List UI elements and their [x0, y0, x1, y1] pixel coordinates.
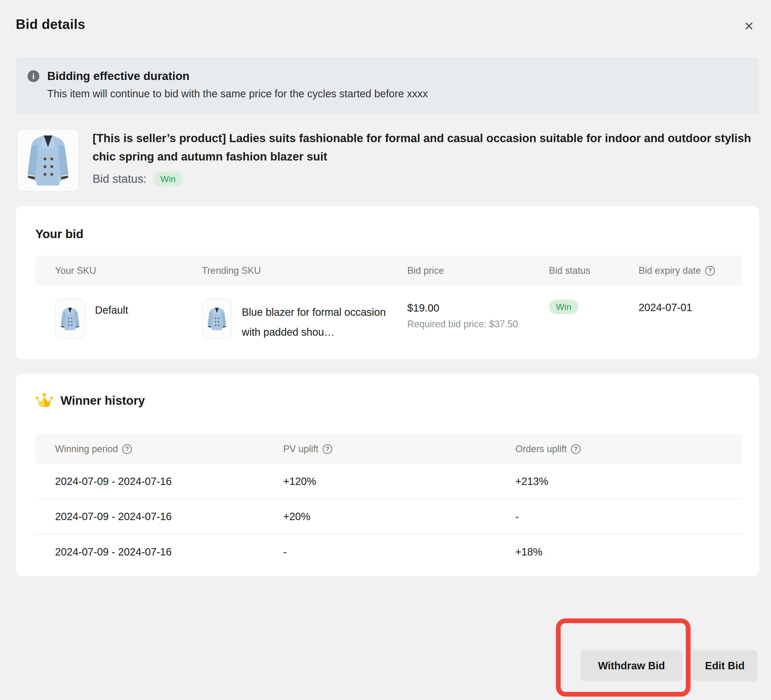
blazer-illustration	[22, 132, 74, 188]
close-button[interactable]: ✕	[740, 18, 757, 35]
question-icon[interactable]: ?	[122, 444, 132, 454]
trending-sku-cell: Blue blazer for formal occasion with pad…	[202, 299, 407, 342]
product-summary: [This is seller’s product] Ladies suits …	[17, 129, 753, 192]
table-row: Default Blue blazer for formal occasion …	[36, 299, 742, 342]
required-bid-price: Required bid price: $37.50	[407, 318, 549, 330]
winner-history-rows: 2024-07-09 - 2024-07-16 +120% +213% 2024…	[36, 464, 742, 570]
bid-details-modal: Bid details ✕ i Bidding effective durati…	[0, 0, 771, 700]
bid-status-badge: Win	[549, 300, 579, 314]
trending-sku-name: Blue blazer for formal occasion with pad…	[242, 302, 389, 342]
winner-history-table-header: Winning period ? PV uplift ? Orders upli…	[36, 434, 742, 464]
table-row: 2024-07-09 - 2024-07-16 - +18%	[36, 534, 742, 570]
close-icon: ✕	[744, 19, 754, 33]
page-title: Bid details	[16, 16, 85, 32]
your-sku-cell: Default	[55, 299, 202, 342]
bid-expiry-date-cell: 2024-07-01	[639, 299, 722, 342]
question-icon[interactable]: ?	[322, 444, 332, 454]
column-your-sku: Your SKU	[55, 265, 202, 276]
your-sku-name: Default	[95, 302, 128, 318]
table-row: 2024-07-09 - 2024-07-16 +120% +213%	[36, 464, 742, 499]
pv-uplift: +20%	[283, 511, 515, 523]
product-image	[17, 129, 79, 192]
winning-period: 2024-07-09 - 2024-07-16	[55, 511, 283, 523]
bid-status-cell: Win	[549, 299, 639, 342]
column-bid-expiry-date: Bid expiry date ?	[639, 265, 722, 276]
winner-history-card: Winner history Winning period ? PV uplif…	[16, 374, 759, 576]
column-trending-sku: Trending SKU	[202, 265, 407, 276]
crown-icon	[36, 392, 53, 409]
table-row: 2024-07-09 - 2024-07-16 +20% -	[36, 499, 742, 534]
pv-uplift: -	[283, 546, 515, 558]
orders-uplift: +213%	[515, 475, 722, 487]
winning-period: 2024-07-09 - 2024-07-16	[55, 475, 283, 487]
question-icon[interactable]: ?	[705, 266, 715, 276]
bid-price-cell: $19.00 Required bid price: $37.50	[407, 299, 549, 342]
bid-status-badge: Win	[153, 171, 183, 186]
question-icon[interactable]: ?	[571, 444, 581, 454]
withdraw-bid-button[interactable]: Withdraw Bid	[580, 650, 683, 681]
orders-uplift: +18%	[515, 546, 722, 558]
blazer-illustration	[205, 301, 228, 337]
trending-sku-thumbnail	[202, 299, 232, 339]
pv-uplift: +120%	[283, 475, 515, 487]
winning-period: 2024-07-09 - 2024-07-16	[55, 546, 283, 558]
info-icon: i	[28, 70, 39, 82]
banner-title: Bidding effective duration	[47, 70, 190, 83]
bid-status-label: Bid status:	[93, 172, 146, 186]
column-pv-uplift: PV uplift ?	[283, 443, 515, 454]
column-orders-uplift: Orders uplift ?	[515, 443, 722, 454]
column-winning-period: Winning period ?	[55, 443, 283, 454]
your-bid-heading: Your bid	[36, 227, 83, 241]
bid-price: $19.00	[407, 301, 549, 315]
edit-bid-button[interactable]: Edit Bid	[692, 650, 757, 681]
column-bid-price: Bid price	[407, 265, 549, 276]
winner-history-heading: Winner history	[60, 393, 145, 408]
your-bid-card: Your bid Your SKU Trending SKU Bid price…	[16, 206, 759, 359]
bidding-duration-banner: i Bidding effective duration This item w…	[16, 57, 759, 114]
column-bid-status: Bid status	[549, 265, 639, 276]
orders-uplift: -	[515, 511, 722, 523]
blazer-illustration	[59, 301, 81, 337]
your-bid-table-header: Your SKU Trending SKU Bid price Bid stat…	[36, 256, 742, 286]
banner-description: This item will continue to bid with the …	[28, 88, 743, 100]
product-title: [This is seller’s product] Ladies suits …	[93, 129, 753, 166]
your-sku-thumbnail	[55, 299, 85, 339]
